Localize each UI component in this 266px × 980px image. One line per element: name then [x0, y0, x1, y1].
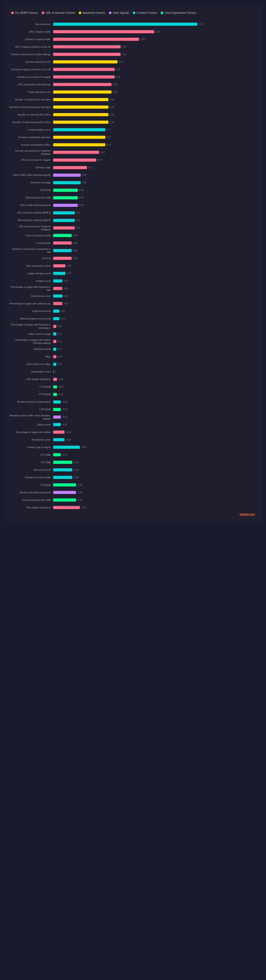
bar-fill [53, 385, 57, 388]
bar-row: URL length subfolders-0.01 [9, 376, 257, 382]
bar-row: Number of words in description-0.02 [9, 399, 257, 405]
bar-value: 0.08 [79, 204, 83, 207]
bar-value: -0.02 [62, 423, 67, 426]
bar-row: Domain's organic traffic0.28 [9, 36, 257, 42]
bar-fill [53, 257, 72, 260]
bar-area: -0.05 [53, 476, 257, 479]
bar-fill [53, 204, 78, 207]
bar-fill [53, 302, 62, 305]
bar-value: 0.03 [64, 295, 68, 298]
bar-row: https0.01 [9, 354, 257, 360]
bar-label: Branded search traffic share (domain-bas… [9, 414, 53, 420]
bar-label: Schema.org count [9, 294, 53, 298]
legend-label: Backlinks Factors [83, 11, 105, 14]
bar-fill [53, 38, 139, 41]
bar-area: 0.15 [53, 151, 257, 154]
legend-item: URL & Domain Factors [42, 11, 75, 14]
bar-area: 0.07 [53, 226, 257, 229]
bar-value: 0.28 [140, 38, 145, 41]
bar-label: https [9, 355, 53, 358]
bar-value: 0.18 [110, 113, 114, 116]
bar-label: URL occurrences in Featured Snippets [9, 225, 53, 231]
bar-label: Keyword coverage [9, 181, 53, 184]
bar-area: -0.03 [53, 431, 257, 434]
bar-area: -0.05 [53, 461, 257, 464]
bar-fill [53, 113, 108, 116]
bar-label: URL occurrences Star Ratings [9, 83, 53, 86]
bar-label: Domain's age [9, 166, 53, 169]
bar-area: 0.17 [53, 128, 257, 131]
bar-value: 0.22 [122, 53, 126, 56]
bar-label: Content quality score [9, 128, 53, 131]
bar-fill [53, 91, 111, 94]
bar-label: LCP [field] [9, 408, 53, 411]
bar-fill [53, 22, 197, 26]
bar-row: Domain's age0.11 [9, 164, 257, 171]
semrush-logo: SEMRUSH [9, 513, 257, 516]
bar-label: Time to interactive [lab] [9, 234, 53, 237]
bar-row: Page authority score0.19 [9, 89, 257, 95]
bar-area: 0.02 [53, 310, 257, 313]
bar-label: Domain occurrences in Featured Snippets [9, 149, 53, 156]
bar-value: -0.05 [73, 461, 79, 464]
bar-value: 0.18 [110, 106, 114, 108]
bar-value: -0.02 [62, 416, 67, 418]
bar-row: Number of words from a keyword in title0… [9, 247, 257, 254]
bar-value: 0.06 [73, 242, 77, 244]
bar-fill [53, 181, 81, 184]
bar-fill [53, 128, 105, 131]
bar-area: 0.01 [53, 332, 257, 336]
bar-row: Is subdomain0.06 [9, 240, 257, 246]
bar-fill [53, 401, 61, 404]
bar-row: Domain authority score0.21 [9, 59, 257, 65]
bar-fill [53, 68, 115, 71]
bar-area: 0.33 [53, 30, 257, 33]
bar-area: 0.18 [53, 98, 257, 101]
bar-row: Percentage of pages with author Schema m… [9, 338, 257, 345]
bar-fill [53, 484, 76, 487]
bar-row: URL-keyword similarity [BERT]0.07 [9, 210, 257, 216]
bar-value: -0.02 [62, 453, 67, 456]
bar-label: Number of words in description [9, 400, 53, 403]
bar-area: 0.03 [53, 294, 257, 298]
bar-label: Percentage of pages with tables [9, 431, 53, 434]
bar-row: Domain occurrences of Star Ratings0.22 [9, 51, 257, 57]
bar-value: 0.17 [107, 136, 111, 138]
bar-fill [53, 294, 62, 298]
bar-row: Images alt tags count0.04 [9, 270, 257, 277]
bar-fill [53, 348, 56, 351]
bar-area: 0.17 [53, 143, 257, 146]
bar-label: Lists count (<ul> tags) [9, 363, 53, 366]
bar-row: Keyword coverage0.09 [9, 180, 257, 186]
bar-area: 0.01 [53, 325, 257, 328]
bar-value: 0 [55, 371, 56, 373]
bar-area: 0.19 [53, 91, 257, 94]
bar-area: -0.07 [53, 506, 257, 509]
bar-fill [53, 189, 78, 192]
legend-label: User Signals [113, 11, 129, 14]
bar-row: Page word count0.02 [9, 308, 257, 314]
bar-row: Content age (in days)-0.07 [9, 444, 257, 450]
bar-row: FID [field]0.08 [9, 187, 257, 193]
bar-value: -0.05 [73, 469, 79, 471]
bar-label: URL's organic positions in top-20 [9, 45, 53, 48]
bar-area: -0.06 [53, 484, 257, 487]
legend-dot [133, 11, 135, 14]
bar-area: 0.01 [53, 363, 257, 366]
bar-label: Text relevance [9, 22, 53, 26]
bar-row: Percentage of pages with keyword in desc… [9, 323, 257, 329]
bar-value: 0.06 [73, 234, 77, 237]
bar-row: Sentence count0.01 [9, 346, 257, 352]
bar-row: URL's organic traffic0.33 [9, 29, 257, 35]
bar-row: Time to interactive [lab]0.06 [9, 232, 257, 239]
bar-label: Domain's organic positions in top-20 [9, 68, 53, 71]
bar-row: Percentage of pages with tables-0.03 [9, 429, 257, 435]
bar-value: 0.09 [82, 174, 86, 176]
bar-area: -0.07 [53, 445, 257, 449]
bar-label: FCP [field] [9, 393, 53, 396]
bar-fill [53, 453, 61, 456]
bar-row: Number of backlinks (domain)0.17 [9, 134, 257, 140]
bar-fill [53, 468, 72, 471]
legend-label: User Experience Factors [165, 11, 196, 14]
legend-label: On-SERP Factors [15, 11, 38, 14]
